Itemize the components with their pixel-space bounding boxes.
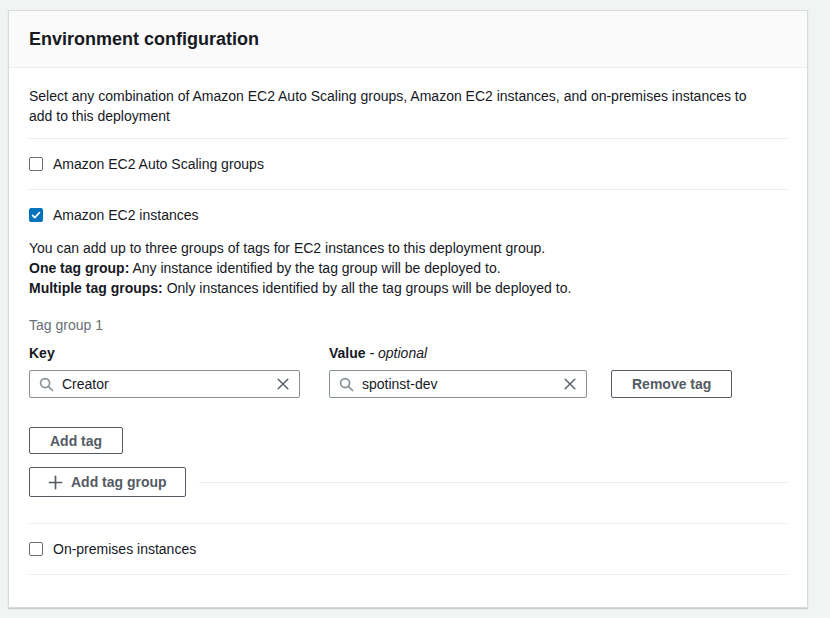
key-column-label: Key xyxy=(29,344,300,362)
plus-icon xyxy=(48,475,63,490)
help-line-one-tag-group: One tag group: Any instance identified b… xyxy=(29,258,787,278)
help-line-multiple-tag-groups: Multiple tag groups: Only instances iden… xyxy=(29,278,787,298)
checkbox-row-on-premises[interactable]: On-premises instances xyxy=(29,524,787,574)
key-input[interactable] xyxy=(62,376,268,392)
search-icon xyxy=(339,377,354,392)
environment-configuration-panel: Environment configuration Select any com… xyxy=(8,10,808,608)
tag-group-title: Tag group 1 xyxy=(29,315,787,335)
checkbox-auto-scaling-groups[interactable] xyxy=(29,157,43,171)
clear-value-button[interactable] xyxy=(563,377,577,391)
checkbox-label-auto-scaling-groups: Amazon EC2 Auto Scaling groups xyxy=(53,156,264,172)
add-tag-button[interactable]: Add tag xyxy=(29,427,123,454)
help-line-intro: You can add up to three groups of tags f… xyxy=(29,238,787,258)
ec2-tags-help-text: You can add up to three groups of tags f… xyxy=(29,238,787,298)
panel-body: Select any combination of Amazon EC2 Aut… xyxy=(9,68,807,595)
checkbox-label-ec2-instances: Amazon EC2 instances xyxy=(53,207,199,223)
checkbox-row-ec2-instances[interactable]: Amazon EC2 instances xyxy=(29,190,787,223)
add-tag-group-button[interactable]: Add tag group xyxy=(29,467,186,497)
checkmark-icon xyxy=(30,209,42,221)
clear-key-button[interactable] xyxy=(276,377,290,391)
close-icon xyxy=(563,377,577,391)
divider xyxy=(29,574,787,575)
section-ec2-instances: Amazon EC2 instances You can add up to t… xyxy=(29,190,787,524)
key-search-box xyxy=(29,370,300,398)
add-tag-group-row: Add tag group xyxy=(29,467,787,497)
divider xyxy=(199,482,787,483)
checkbox-label-on-premises: On-premises instances xyxy=(53,541,196,557)
panel-header: Environment configuration xyxy=(9,11,807,68)
tag-column-labels: Key Value - optional xyxy=(29,344,787,362)
search-icon xyxy=(39,377,54,392)
value-column-label: Value - optional xyxy=(329,344,587,362)
checkbox-row-auto-scaling-groups[interactable]: Amazon EC2 Auto Scaling groups xyxy=(29,139,787,189)
remove-tag-button[interactable]: Remove tag xyxy=(611,370,732,398)
panel-description: Select any combination of Amazon EC2 Aut… xyxy=(29,86,769,126)
page-title: Environment configuration xyxy=(29,29,787,50)
tag-inputs-row: Remove tag xyxy=(29,370,787,398)
value-search-box xyxy=(329,370,587,398)
checkbox-ec2-instances[interactable] xyxy=(29,208,43,222)
value-input[interactable] xyxy=(362,376,555,392)
checkbox-on-premises[interactable] xyxy=(29,542,43,556)
close-icon xyxy=(276,377,290,391)
